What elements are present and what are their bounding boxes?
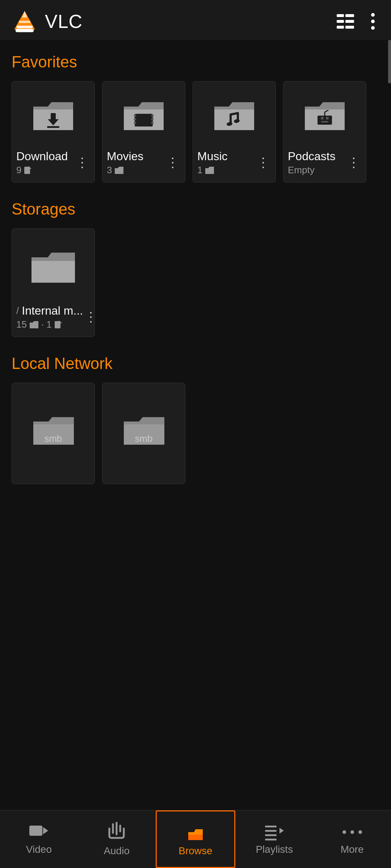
- svg-point-12: [371, 20, 375, 23]
- playlists-nav-icon: [264, 823, 285, 841]
- local-network-cards-grid: smb smb: [12, 383, 379, 484]
- movies-card-icon-area: [107, 82, 181, 150]
- nav-label-audio: Audio: [104, 845, 130, 857]
- more-options-icon[interactable]: [366, 12, 379, 31]
- favorites-title: Favorites: [12, 53, 379, 71]
- music-card-text: Music 1: [197, 150, 228, 176]
- grid-view-icon[interactable]: [336, 13, 355, 29]
- nav-item-audio[interactable]: Audio: [78, 810, 156, 868]
- internal-storage-card-name: Internal m...: [22, 304, 83, 317]
- svg-rect-7: [337, 20, 344, 23]
- svg-rect-24: [151, 122, 154, 124]
- nav-label-more: More: [341, 844, 364, 855]
- svg-rect-5: [337, 14, 344, 17]
- internal-storage-card-text: / Internal m... 15 · 1: [16, 304, 83, 330]
- audio-nav-icon: [108, 822, 125, 842]
- podcasts-card-meta: Empty: [288, 165, 336, 176]
- svg-rect-2: [17, 26, 33, 28]
- svg-rect-16: [47, 126, 59, 128]
- nav-item-more[interactable]: More: [313, 810, 391, 868]
- local-network-title: Local Network: [12, 354, 379, 373]
- smb-card-1-icon-area: smb: [16, 383, 90, 477]
- svg-rect-22: [151, 115, 154, 117]
- movies-card-name: Movies: [107, 150, 143, 163]
- svg-rect-30: [321, 121, 328, 122]
- download-folder-icon: [30, 96, 77, 136]
- video-nav-icon: [29, 823, 49, 841]
- movies-folder-icon: [120, 96, 167, 136]
- svg-rect-10: [345, 26, 354, 29]
- movies-card-menu-icon[interactable]: ⋮: [165, 154, 181, 172]
- svg-point-41: [342, 830, 346, 834]
- music-card-icon-area: [197, 82, 271, 150]
- download-card-info: Download 9 ⋮: [16, 150, 90, 176]
- favorites-section: Favorites Download 9: [0, 40, 391, 187]
- svg-marker-35: [43, 827, 48, 834]
- svg-rect-4: [16, 29, 34, 32]
- svg-rect-19: [134, 115, 136, 117]
- nav-label-playlists: Playlists: [256, 844, 293, 855]
- download-card-name: Download: [16, 150, 68, 163]
- nav-item-browse[interactable]: Browse: [156, 810, 236, 868]
- podcasts-card-menu-icon[interactable]: ⋮: [346, 154, 362, 172]
- internal-storage-menu-icon[interactable]: ⋮: [83, 308, 99, 326]
- scroll-indicator: [388, 40, 391, 83]
- smb-card-1[interactable]: smb: [12, 383, 95, 484]
- podcasts-card-icon-area: [288, 82, 362, 150]
- podcasts-folder-icon: [301, 96, 348, 136]
- svg-rect-38: [265, 834, 277, 836]
- svg-rect-36: [265, 826, 277, 827]
- internal-storage-card[interactable]: / Internal m... 15 · 1 ⋮: [12, 228, 95, 337]
- download-card-text: Download 9: [16, 150, 68, 176]
- nav-label-browse: Browse: [178, 845, 212, 857]
- bottom-navigation: Video Audio Browse Playlists: [0, 810, 391, 868]
- more-nav-icon: [341, 823, 364, 841]
- local-network-section: Local Network smb: [0, 341, 391, 489]
- podcasts-card[interactable]: Podcasts Empty ⋮: [283, 81, 366, 183]
- download-card-icon-area: [16, 82, 90, 150]
- header: VLC: [0, 0, 391, 40]
- internal-storage-card-meta: 15 · 1: [16, 319, 83, 330]
- smb-label-1: smb: [44, 433, 62, 444]
- download-card[interactable]: Download 9 ⋮: [12, 81, 95, 183]
- movies-card-meta: 3: [107, 165, 143, 176]
- header-right: [336, 12, 379, 31]
- storages-section: Storages / Internal m... 15: [0, 187, 391, 341]
- storages-cards-grid: / Internal m... 15 · 1 ⋮: [12, 228, 379, 337]
- internal-storage-card-info: / Internal m... 15 · 1 ⋮: [16, 304, 90, 330]
- music-card-meta: 1: [197, 165, 228, 176]
- svg-rect-3: [19, 21, 30, 23]
- svg-rect-9: [337, 26, 344, 29]
- vlc-logo-icon: [12, 8, 38, 34]
- svg-rect-21: [134, 122, 136, 124]
- music-card-name: Music: [197, 150, 228, 163]
- svg-rect-37: [265, 830, 277, 832]
- svg-rect-8: [345, 20, 354, 23]
- movies-card-text: Movies 3: [107, 150, 143, 176]
- favorites-cards-grid: Download 9 ⋮: [12, 81, 379, 183]
- movies-card[interactable]: Movies 3 ⋮: [102, 81, 185, 183]
- smb-card-2[interactable]: smb: [102, 383, 185, 484]
- svg-rect-23: [151, 118, 154, 120]
- svg-rect-18: [135, 114, 153, 126]
- nav-label-video: Video: [26, 844, 52, 855]
- music-card-info: Music 1 ⋮: [197, 150, 271, 176]
- smb-label-2: smb: [135, 433, 152, 444]
- music-card-menu-icon[interactable]: ⋮: [255, 154, 271, 172]
- svg-point-42: [350, 830, 354, 834]
- storages-title: Storages: [12, 200, 379, 218]
- svg-point-29: [326, 117, 329, 120]
- music-folder-icon: [211, 96, 258, 136]
- nav-item-video[interactable]: Video: [0, 810, 78, 868]
- header-left: VLC: [12, 8, 83, 34]
- internal-storage-icon-area: [16, 229, 90, 304]
- nav-item-playlists[interactable]: Playlists: [235, 810, 313, 868]
- smb-card-2-icon-area: smb: [107, 383, 181, 477]
- svg-rect-34: [29, 826, 42, 836]
- svg-point-43: [358, 830, 362, 834]
- download-card-menu-icon[interactable]: ⋮: [74, 154, 90, 172]
- music-card[interactable]: Music 1 ⋮: [193, 81, 276, 183]
- movies-card-info: Movies 3 ⋮: [107, 150, 181, 176]
- svg-point-13: [371, 26, 375, 30]
- download-card-meta: 9: [16, 165, 68, 176]
